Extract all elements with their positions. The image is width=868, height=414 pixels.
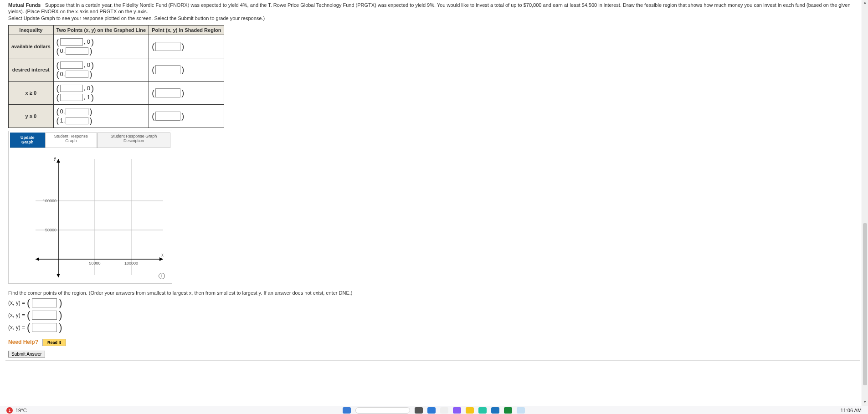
table-row: available dollars ( , 0 ) ( 0, ) ( [9,35,224,58]
input-r1-shaded[interactable] [155,42,180,51]
problem-body-1: Suppose that in a certain year, the Fide… [8,2,851,14]
submit-answer-button[interactable]: Submit Answer [8,351,45,358]
update-graph-button[interactable]: Update Graph [10,133,45,148]
table-row: desired interest ( , 0 ) ( 0, ) ( [9,58,224,81]
corner-point-row: (x, y) = ( ) [8,322,860,332]
plot-area: 50000 100000 50000 100000 x y i [13,150,168,282]
input-r2-shaded[interactable] [155,65,180,74]
graph-info-icon[interactable]: i [159,273,165,279]
svg-marker-8 [56,159,60,163]
input-r1-p1-x[interactable] [60,38,83,46]
svg-marker-6 [159,257,163,261]
corner-label: (x, y) = [8,312,25,318]
inequality-table: Inequality Two Points (x, y) on the Grap… [8,25,224,128]
problem-title: Mutual Funds [8,2,41,8]
graph-panel: Update Graph Student Response Graph Stud… [8,131,172,284]
problem-body-2: Select Update Graph to see your response… [8,15,265,21]
row-label-yge0: y ≥ 0 [9,104,54,128]
input-r1-p2-y[interactable] [66,47,88,55]
help-row: Need Help? Read It [8,339,860,346]
input-corner-3[interactable] [32,323,57,332]
tab-student-response-description[interactable]: Student Response Graph Description [97,133,170,148]
x-tick-100000: 100000 [124,261,138,266]
row-label-available: available dollars [9,35,54,58]
th-inequality: Inequality [9,25,54,35]
input-corner-2[interactable] [32,311,57,320]
divider [5,360,860,366]
y-tick-100000: 100000 [43,199,56,203]
problem-statement: Mutual Funds Suppose that in a certain y… [8,2,860,21]
corner-point-row: (x, y) = ( ) [8,310,860,320]
submit-row: Submit Answer [8,351,860,366]
scroll-up-icon[interactable]: ▴ [862,0,868,6]
read-it-button[interactable]: Read It [42,339,66,346]
coordinate-plane: 50000 100000 50000 100000 x y [13,150,168,282]
question-area: Mutual Funds Suppose that in a certain y… [0,0,868,366]
corner-point-row: (x, y) = ( ) [8,298,860,308]
input-r3-p2-x[interactable] [60,94,83,101]
input-r4-shaded[interactable] [155,112,180,121]
table-row: x ≥ 0 ( , 0 ) ( , 1 ) ( [9,81,224,104]
input-r2-p2-y[interactable] [66,71,88,78]
input-r4-p2-y[interactable] [66,117,88,124]
shaded-point-cell: ( ) [149,35,224,58]
input-r3-shaded[interactable] [155,88,180,97]
table-row: y ≥ 0 ( 0, ) ( 1, ) ( [9,104,224,128]
th-shaded-point: Point (x, y) in Shaded Region [149,25,224,35]
scroll-thumb[interactable] [863,223,867,366]
corner-points-prompt: Find the corner points of the region. (O… [8,290,860,296]
input-r2-p1-x[interactable] [60,61,83,69]
row-label-xge0: x ≥ 0 [9,81,54,104]
svg-marker-7 [36,257,39,261]
x-axis-label: x [161,252,164,257]
input-r3-p1-x[interactable] [60,85,83,92]
need-help-label: Need Help? [8,339,38,345]
svg-marker-9 [56,274,60,277]
x-tick-50000: 50000 [89,261,100,266]
row-label-interest: desired interest [9,58,54,81]
two-points-cell: ( , 0 ) ( 0, ) [53,35,149,58]
page-scrollbar[interactable]: ▴ ▾ [862,0,868,366]
graph-tabs: Update Graph Student Response Graph Stud… [10,133,170,148]
input-r4-p1-y[interactable] [66,108,88,115]
y-axis-label: y [54,156,56,161]
th-two-points: Two Points (x, y) on the Graphed Line [53,25,149,35]
input-corner-1[interactable] [32,298,57,307]
corner-label: (x, y) = [8,300,25,306]
corner-label: (x, y) = [8,324,25,331]
tab-student-response-graph[interactable]: Student Response Graph [45,133,97,148]
y-tick-50000: 50000 [45,228,56,232]
